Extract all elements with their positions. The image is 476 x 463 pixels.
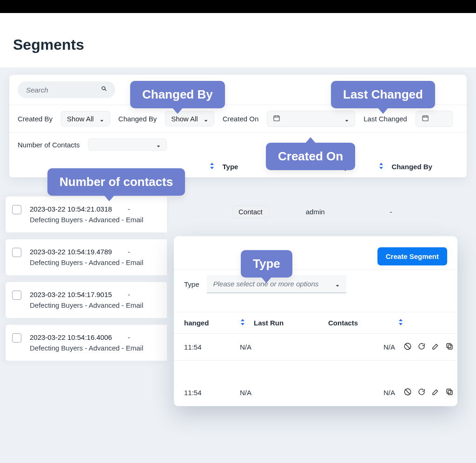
disable-icon[interactable] <box>403 342 412 352</box>
filter-num-contacts-label: Number of Contacts <box>18 141 79 149</box>
callout-created-on: Created On <box>266 143 355 170</box>
row-last-run: N/A <box>240 343 328 351</box>
row-name: Defecting Buyers - Advanced - Email <box>30 216 143 224</box>
row-name: Defecting Buyers - Advanced - Email <box>30 301 143 309</box>
svg-rect-6 <box>448 390 452 395</box>
filter-last-changed-label: Last Changed <box>364 115 407 123</box>
callout-number-of-contacts: Number of contacts <box>47 168 185 196</box>
row-created-by: admin <box>306 208 325 216</box>
chevron-down-icon <box>344 117 349 121</box>
row-checkbox[interactable] <box>12 333 21 343</box>
svg-rect-3 <box>448 345 452 349</box>
row-changed: 11:54 <box>184 389 240 397</box>
chevron-down-icon <box>204 117 208 121</box>
create-segment-button[interactable]: Create Segment <box>377 247 447 265</box>
sort-icon[interactable] <box>240 319 254 327</box>
type-label: Type <box>184 280 199 288</box>
row-changed-by: - <box>390 208 392 216</box>
table-row[interactable]: 2023-03-22 10:54:17.9015 - Defecting Buy… <box>6 282 167 318</box>
filter-created-on-label: Created On <box>223 115 259 123</box>
svg-rect-1 <box>423 116 428 121</box>
row-checkbox[interactable] <box>12 291 21 300</box>
row-timestamp: 2023-03-22 10:54:17.9015 <box>30 291 112 298</box>
dash: - <box>128 247 130 258</box>
calendar-icon <box>422 114 429 123</box>
row-name: Defecting Buyers - Advanced - Email <box>30 344 143 352</box>
row-timestamp: 2023-03-22 10:54:19.4789 <box>30 248 112 256</box>
type-dropdown[interactable]: Please select one or more options <box>207 275 346 293</box>
calendar-icon <box>273 114 280 123</box>
window-topbar <box>0 0 476 13</box>
sort-icon[interactable] <box>398 319 412 327</box>
row-last-run: N/A <box>240 389 328 397</box>
dash: - <box>128 290 130 300</box>
row-contacts: N/A <box>365 389 398 397</box>
copy-icon[interactable] <box>445 342 454 352</box>
chevron-down-icon <box>156 142 161 147</box>
detail-type-filter: Type Please select one or more options <box>174 270 457 312</box>
chevron-down-icon <box>335 282 340 286</box>
dash: - <box>128 332 130 343</box>
table-row[interactable]: 2023-03-22 10:54:21.0318 - Defecting Buy… <box>6 196 167 232</box>
sort-icon[interactable] <box>209 163 223 171</box>
table-row[interactable]: 2023-03-22 10:54:19.4789 - Defecting Buy… <box>6 239 167 275</box>
callout-last-changed: Last Changed <box>331 81 435 108</box>
page-title: Segments <box>13 36 476 53</box>
callout-changed-by: Changed By <box>130 81 225 108</box>
table-row[interactable]: 2023-03-22 10:54:16.4006 - Defecting Buy… <box>6 324 167 361</box>
column-changed-by[interactable]: Changed By <box>391 163 458 171</box>
search-icon <box>100 85 108 94</box>
row-1-details: Contact admin - <box>232 205 392 218</box>
filters-row-2: Number of Contacts <box>9 133 467 156</box>
detail-row: 11:54 N/A N/A <box>174 334 457 361</box>
edit-icon[interactable] <box>431 342 440 352</box>
chevron-down-icon <box>99 117 104 121</box>
column-contacts[interactable]: Contacts <box>328 319 398 327</box>
dash: - <box>128 204 130 215</box>
search-box[interactable] <box>18 81 115 98</box>
row-timestamp: 2023-03-22 10:54:21.0318 <box>30 205 112 213</box>
filter-created-on-dropdown[interactable] <box>267 111 355 127</box>
sort-icon[interactable] <box>378 163 392 171</box>
edit-icon[interactable] <box>431 388 440 397</box>
detail-row: 11:54 N/A N/A <box>174 379 457 406</box>
svg-rect-7 <box>447 389 451 393</box>
disable-icon[interactable] <box>403 388 412 397</box>
filter-created-by-dropdown[interactable]: Show All <box>61 111 110 126</box>
copy-icon[interactable] <box>445 388 454 397</box>
filter-changed-by-label: Changed By <box>119 115 157 123</box>
row-contacts: N/A <box>365 343 398 351</box>
filter-created-by-value: Show All <box>67 115 94 123</box>
row-name: Defecting Buyers - Advanced - Email <box>30 258 143 266</box>
detail-table-header: hanged Last Run Contacts <box>174 312 457 334</box>
refresh-icon[interactable] <box>417 388 426 397</box>
row-changed: 11:54 <box>184 343 240 351</box>
segments-detail-card: Create Segment Type Please select one or… <box>174 236 457 406</box>
svg-rect-0 <box>274 116 279 121</box>
search-input[interactable] <box>25 86 95 94</box>
filter-created-by-label: Created By <box>18 115 53 123</box>
row-timestamp: 2023-03-22 10:54:16.4006 <box>30 333 112 341</box>
type-badge: Contact <box>232 205 269 218</box>
callout-type: Type <box>241 250 292 278</box>
filter-num-contacts-dropdown[interactable] <box>88 139 167 151</box>
row-checkbox[interactable] <box>12 205 21 214</box>
column-changed[interactable]: hanged <box>184 319 240 327</box>
filters-row-1: Created By Show All Changed By Show All … <box>9 105 467 133</box>
filter-last-changed-dropdown[interactable] <box>416 111 453 127</box>
column-last-run[interactable]: Last Run <box>254 319 328 327</box>
segments-list: 2023-03-22 10:54:21.0318 - Defecting Buy… <box>0 187 167 367</box>
detail-card-header: Create Segment <box>174 236 457 270</box>
filter-changed-by-value: Show All <box>171 115 198 123</box>
svg-rect-4 <box>447 344 451 348</box>
refresh-icon[interactable] <box>417 342 426 352</box>
row-checkbox[interactable] <box>12 248 21 257</box>
